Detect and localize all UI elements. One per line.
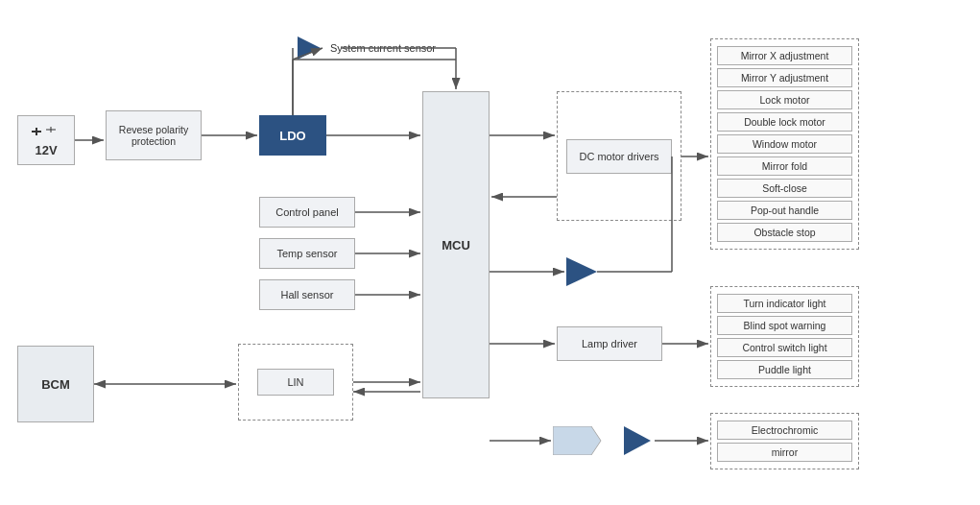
mcu-box: MCU [422, 91, 490, 398]
output-double-lock: Double lock motor [717, 112, 852, 132]
lamp-driver-box: Lamp driver [557, 326, 662, 361]
output-soft-close: Soft-close [717, 179, 852, 198]
temp-sensor-label: Temp sensor [277, 248, 338, 259]
svg-marker-5 [566, 257, 597, 286]
can-lin-box: CAN LIN [238, 344, 353, 421]
bcm-label: BCM [41, 377, 70, 392]
electrochromic-triangle-area [624, 426, 655, 457]
ldo-label: LDO [279, 129, 305, 143]
output-blind-spot: Blind spot warning [717, 316, 852, 335]
motor-outputs-group: Mirror X adjustment Mirror Y adjustment … [710, 38, 859, 250]
motor-triangle-icon [566, 257, 603, 286]
hall-sensor-box: Hall sensor [259, 279, 355, 310]
dc-motor-group: DC motor drivers ⋮ DC motor drivers [557, 91, 681, 221]
control-panel-label: Control panel [275, 206, 338, 218]
electrochromic-triangle-icon [624, 426, 655, 455]
motor-output-triangle-area [566, 257, 603, 288]
output-mirror-x: Mirror X adjustment [717, 46, 852, 65]
lin-label-box: LIN [257, 369, 334, 396]
battery-label: 12V [27, 124, 65, 157]
output-mirror: mirror [717, 443, 852, 462]
electrochromic-input-icon [553, 426, 606, 455]
bcm-box: BCM [17, 346, 94, 422]
output-window-motor: Window motor [717, 134, 852, 154]
dc-motor-driver-2: DC motor drivers [566, 139, 672, 174]
output-obstacle: Obstacle stop [717, 223, 852, 242]
svg-marker-7 [624, 426, 651, 455]
current-sensor-triangle-icon [298, 36, 324, 60]
output-puddle: Puddle light [717, 360, 852, 379]
lin-label: LIN [287, 376, 303, 388]
svg-marker-6 [553, 426, 601, 455]
hall-sensor-label: Hall sensor [280, 289, 333, 301]
electrochromic-shape-area [553, 426, 606, 457]
output-mirror-fold: Mirror fold [717, 156, 852, 176]
output-electrochromic: Electrochromic [717, 421, 852, 440]
output-mirror-y: Mirror Y adjustment [717, 68, 852, 87]
ldo-box: LDO [259, 115, 326, 156]
electrochromic-outputs-group: Electrochromic mirror [710, 413, 859, 469]
svg-marker-4 [298, 36, 321, 60]
output-control-switch: Control switch light [717, 338, 852, 357]
battery-box: 12V [17, 115, 75, 165]
diagram: 12V Revese polarity protection LDO Syste… [0, 0, 980, 505]
reverse-protection-label: Revese polarity protection [119, 124, 188, 147]
lamp-outputs-group: Turn indicator light Blind spot warning … [710, 286, 859, 387]
current-sensor-area: System current sensor [298, 36, 436, 60]
temp-sensor-box: Temp sensor [259, 238, 355, 269]
control-panel-box: Control panel [259, 197, 355, 228]
lamp-driver-label: Lamp driver [582, 338, 637, 349]
output-lock-motor: Lock motor [717, 90, 852, 109]
mcu-label: MCU [442, 238, 470, 252]
output-turn-indicator: Turn indicator light [717, 294, 852, 313]
reverse-protection-box: Revese polarity protection [106, 110, 202, 160]
dc-motor-driver-2-label: DC motor drivers [579, 151, 658, 162]
current-sensor-label: System current sensor [330, 42, 436, 54]
output-pop-out: Pop-out handle [717, 201, 852, 220]
